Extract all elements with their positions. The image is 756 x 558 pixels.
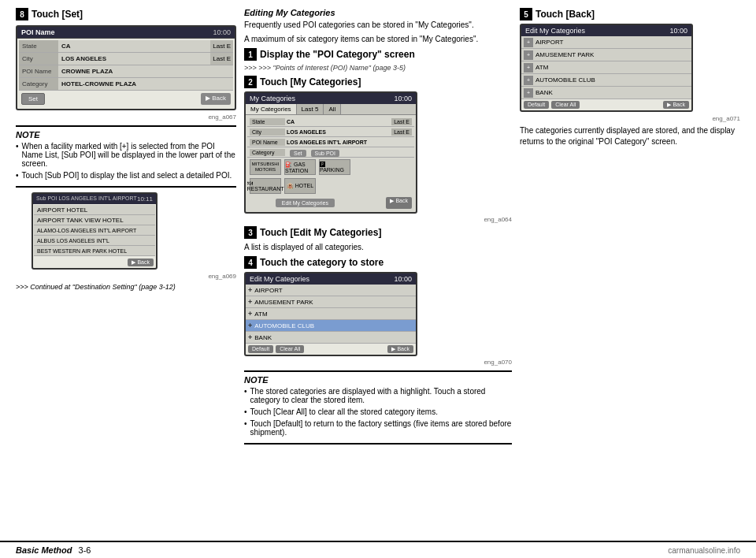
right-row-amusement[interactable]: + AMUSEMENT PARK [521,49,691,61]
right-edit-cat-screen: Edit My Categories 10:00 + AIRPORT + AMU… [520,24,693,112]
right-back-button[interactable]: ▶ Back [663,101,689,109]
note-text-2: Touch [Sub POI] to display the list and … [22,171,232,180]
right-row-bank[interactable]: + BANK [521,87,691,99]
sub-poi-screen-header: Sub POI LOS ANGELES INT'L AIRPORT 10:11 [33,194,156,204]
poi-row-state-extra: Last E [210,40,233,52]
sub-poi-body: AIRPORT HOTEL AIRPORT TANK VIEW HOTEL AL… [33,204,156,257]
step2-header: 2 Touch [My Categories] [244,76,512,88]
mycat-poi-city-row: City LOS ANGELES Last E [247,127,414,137]
mycat-cat-label: Category [250,149,285,156]
autoclub-icon: + [524,76,533,85]
step1-arrow-symbol: >>> [244,64,257,72]
step3-body: A list is displayed of all categories. [244,242,512,253]
mycat-tab-all[interactable]: All [324,104,341,114]
right-atm-label: ATM [536,64,548,71]
right-screen-time: 10:00 [669,27,687,35]
edit-cat-row-autoclub[interactable]: AUTOMOBILE CLUB [246,320,416,332]
mycat-icon-parking-label: 🅿 PARKING [320,162,350,173]
mycat-poiname-value: LOS ANGELES INT'L AIRPORT [287,140,367,145]
note-box-1: NOTE • When a facility marked with [+] i… [16,125,236,188]
mycat-bottom-bar: Edit My Categories ▶ Back [247,195,414,210]
poi-name-screen-time: 10:00 [213,28,231,36]
right-clearall-button[interactable]: Clear All [551,101,580,109]
mycat-tab-last5[interactable]: Last 5 [297,104,324,114]
mycat-poi-cat-row: Category Set Sub POI [247,147,414,158]
step1-header: 1 Display the "POI Category" screen [244,48,512,61]
poi-btn-row: Set ▶ Back [19,91,233,107]
mycat-time: 10:00 [394,95,412,102]
page-container: 8 Touch [Set] POI Name 10:00 State CA La… [0,0,756,558]
note2-item-1: • The stored categories are displayed wi… [244,387,512,404]
subpoi-back-button[interactable]: ▶ Back [128,259,154,266]
edit-cat-row-airport[interactable]: AIRPORT [246,285,416,296]
right-screen-body: + AIRPORT + AMUSEMENT PARK + ATM + AUTOM… [521,36,691,99]
note2-item-3: • Touch [Default] to return to the facto… [244,419,512,437]
mycat-icon-mitsubishi-box: MITSUBISHI MOTORS [250,159,281,175]
poi-name-screen-header: POI Name 10:00 [17,27,235,39]
step2-number: 2 [244,76,257,88]
atm-icon: + [524,63,533,73]
right-row-atm[interactable]: + ATM [521,61,691,74]
note2-item-2: • Touch [Clear All] to clear all the sto… [244,407,512,416]
poi-row-state-label: State [19,40,58,52]
edit-cat-row-bank[interactable]: BANK [246,332,416,344]
screen1-img-label: eng_a067 [16,113,236,121]
edit-cat-body: AIRPORT AMUSEMENT PARK ATM AUTOMOBILE CL… [246,285,416,344]
mycat-subpoi-btn[interactable]: Sub POI [311,147,339,157]
right-screen-header: Edit My Categories 10:00 [521,25,691,36]
note-box-2: NOTE • The stored categories are display… [244,370,512,445]
step8-title: 8 Touch [Set] [16,8,236,20]
set-button[interactable]: Set [21,93,45,105]
edit-cat-atm-label: ATM [254,311,267,318]
edit-cat-amusement-label: AMUSEMENT PARK [254,299,313,306]
subpoi-row-2: AIRPORT TANK VIEW HOTEL [34,215,155,225]
edit-my-categories-btn[interactable]: Edit My Categories [276,199,335,207]
footer-page: 3-6 [79,545,91,555]
mycat-tabs: My Categories Last 5 All [246,104,416,115]
mycat-set-btn[interactable]: Set [290,147,306,157]
mycat-back-btn[interactable]: ▶ Back [386,197,412,209]
step5-number: 5 [520,8,532,20]
mycat-icon-restaurant-box: 🍽 RESTAURANT [250,178,281,194]
right-row-autoclub[interactable]: + AUTOMOBILE CLUB [521,74,691,87]
right-default-button[interactable]: Default [524,101,549,109]
mycat-icon-mitsubishi: MITSUBISHI MOTORS [250,159,281,175]
mycat-icon-restaurant-label: 🍽 RESTAURANT [247,180,284,192]
poi-row-state: State CA Last E [19,40,233,53]
note2-text-3: Touch [Default] to return to the factory… [250,419,512,437]
note-title-1: NOTE [16,130,236,140]
step1-arrow: >>> >>> "Points of Interest (POI) Name" … [244,64,512,72]
poi-row-city-extra: Last E [210,53,233,65]
edit-cat-airport-label: AIRPORT [254,287,282,294]
mycat-icon-hotel-box: 🏨 HOTEL [284,178,316,194]
bank-icon: + [524,88,533,98]
mycat-icons-row: MITSUBISHI MOTORS ⛽ GAS STATION 🅿 PARKIN… [247,158,414,177]
note2-bullet-3: • [244,419,247,428]
note-title-2: NOTE [244,375,512,385]
mycat-poi-name-row: POI Name LOS ANGELES INT'L AIRPORT [247,137,414,147]
mycat-title: My Categories [250,95,295,102]
editing-desc2: A maximum of six category items can be s… [244,34,512,45]
right-row-airport[interactable]: + AIRPORT [521,36,691,49]
mycat-state-label: State [250,118,285,125]
step4-number: 4 [244,256,257,269]
mycat-tab-mycategories[interactable]: My Categories [246,104,297,114]
edit-cat-back-button[interactable]: ▶ Back [387,345,413,353]
poi-row-category: Category HOTEL-CROWNE PLAZA [19,78,233,91]
continued-text: >>> Continued at "Destination Setting" (… [16,283,236,291]
edit-cat-row-amusement[interactable]: AMUSEMENT PARK [246,296,416,308]
right-btn-row: Default Clear All ▶ Back [521,99,691,110]
poi-name-screen-title: POI Name [21,28,55,36]
edit-cat-row-atm[interactable]: ATM [246,308,416,320]
step2-title: Touch [My Categories] [260,76,361,87]
mycat-icon-gas-box: ⛽ GAS STATION [284,159,316,175]
mycat-state-extra: Last E [391,118,412,125]
mycat-icon-restaurant: 🍽 RESTAURANT [250,178,281,194]
subpoi-row-3: ALAMO-LOS ANGELES INT'L AIRPORT [34,225,155,236]
clearall-button[interactable]: Clear All [276,345,304,353]
edit-cat-title: Edit My Categories [250,275,309,283]
right-amusement-label: AMUSEMENT PARK [536,51,594,58]
back-button-1[interactable]: ▶ Back [201,93,231,105]
mycat-city-label: City [250,128,285,136]
default-button[interactable]: Default [248,345,273,353]
